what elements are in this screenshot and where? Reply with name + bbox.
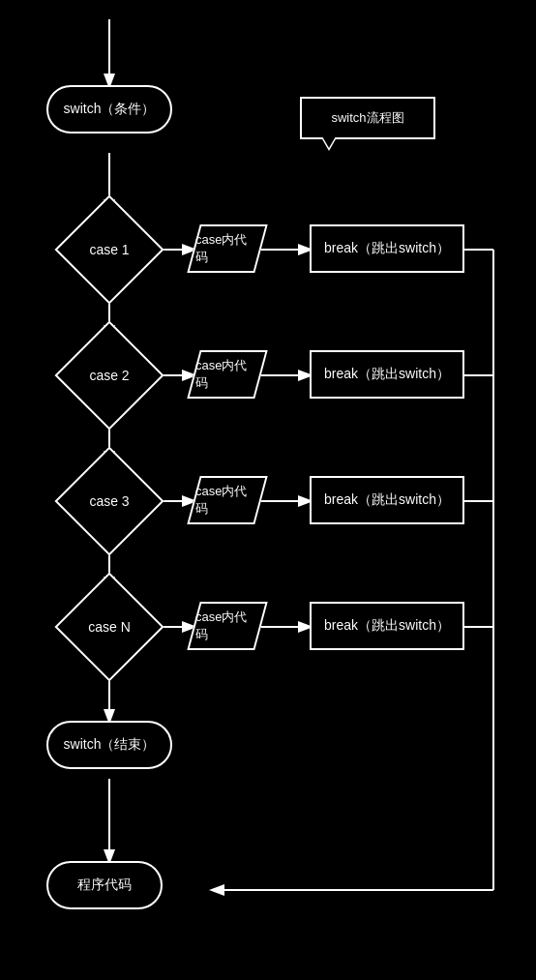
- callout-title: switch流程图: [300, 97, 435, 139]
- case3-break: break（跳出switch）: [310, 476, 464, 524]
- switch-start-box: switch（条件）: [46, 85, 172, 134]
- caseN-break: break（跳出switch）: [310, 602, 464, 650]
- case1-code: case内代码: [187, 224, 267, 273]
- program-code-box: 程序代码: [46, 861, 163, 909]
- caseN-code: case内代码: [187, 602, 267, 650]
- case2-break: break（跳出switch）: [310, 350, 464, 399]
- caseN-diamond: case N: [71, 588, 148, 666]
- case1-break: break（跳出switch）: [310, 224, 464, 273]
- case3-diamond: case 3: [71, 462, 148, 540]
- case2-diamond: case 2: [71, 337, 148, 414]
- switch-end-box: switch（结束）: [46, 721, 172, 769]
- case1-diamond: case 1: [71, 211, 148, 288]
- case3-code: case内代码: [187, 476, 267, 524]
- flowchart-diagram: switch流程图 switch（条件） case 1 case内代码 brea…: [0, 0, 536, 980]
- case2-code: case内代码: [187, 350, 267, 399]
